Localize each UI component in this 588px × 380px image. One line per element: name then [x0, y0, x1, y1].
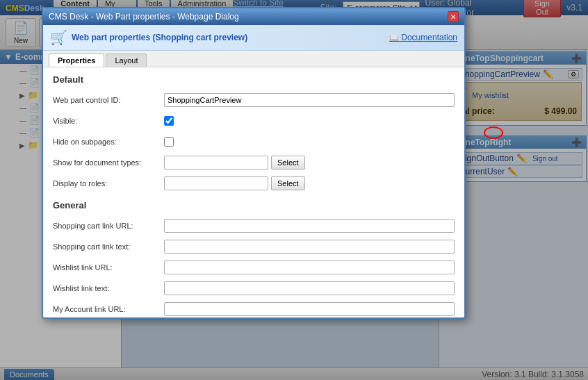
hide-subpages-row: Hide on subpages:: [53, 133, 455, 150]
show-doctypes-label: Show for document types:: [53, 158, 164, 167]
display-roles-input[interactable]: [164, 176, 268, 190]
cart-url-row: Shopping cart link URL:: [53, 217, 455, 234]
general-section: General Shopping cart link URL: Shopping…: [53, 200, 455, 317]
show-doctypes-select-btn[interactable]: Select: [271, 156, 305, 170]
wishlist-url-label: Wishlist link URL:: [53, 263, 164, 272]
wishlist-text-label: Wishlist link text:: [53, 284, 164, 292]
display-roles-label: Display to roles:: [53, 179, 164, 188]
default-section-title: Default: [53, 74, 455, 86]
webpart-id-label: Web part control ID:: [53, 96, 164, 104]
tab-properties-modal[interactable]: Properties: [49, 53, 104, 67]
wishlist-text-row: Wishlist link text:: [53, 280, 455, 297]
display-roles-select-btn[interactable]: Select: [271, 176, 305, 190]
general-section-title: General: [53, 200, 455, 212]
modal-dialog: CMS Desk - Web Part properties - Webpage…: [42, 7, 466, 319]
modal-body: Default Web part control ID: Visible: Hi…: [43, 67, 464, 317]
display-roles-row: Display to roles: Select: [53, 175, 455, 192]
display-roles-controls: Select: [164, 176, 305, 190]
webpart-id-row: Web part control ID:: [53, 92, 455, 108]
hide-subpages-label: Hide on subpages:: [53, 138, 164, 146]
webpart-id-input[interactable]: [164, 93, 455, 107]
cart-url-input[interactable]: [164, 219, 455, 233]
cart-text-row: Shopping cart link text:: [53, 238, 455, 255]
modal-header: 🛒 Web part properties (Shopping cart pre…: [43, 25, 464, 51]
show-doctypes-row: Show for document types: Select: [53, 154, 455, 171]
show-doctypes-input[interactable]: [164, 156, 268, 170]
myaccount-url-row: My Account link URL:: [53, 301, 455, 317]
tab-layout-modal[interactable]: Layout: [106, 53, 147, 67]
modal-tabs: Properties Layout: [43, 51, 464, 67]
cart-text-label: Shopping cart link text:: [53, 242, 164, 251]
show-doctypes-controls: Select: [164, 156, 305, 170]
visible-label: Visible:: [53, 117, 164, 125]
modal-titlebar: CMS Desk - Web Part properties - Webpage…: [43, 8, 464, 25]
wishlist-url-input[interactable]: [164, 261, 455, 274]
visible-checkbox[interactable]: [164, 116, 174, 126]
cart-text-input[interactable]: [164, 240, 455, 254]
modal-header-title: 🛒 Web part properties (Shopping cart pre…: [50, 29, 247, 46]
documentation-link[interactable]: 📖 Documentation: [389, 33, 457, 42]
modal-header-title-text: Web part properties (Shopping cart previ…: [72, 33, 247, 42]
hide-subpages-checkbox[interactable]: [164, 137, 174, 147]
webpart-icon: 🛒: [50, 29, 67, 46]
myaccount-url-input[interactable]: [164, 302, 455, 316]
modal-title: CMS Desk - Web Part properties - Webpage…: [49, 12, 239, 22]
modal-close-button[interactable]: ✕: [448, 11, 459, 22]
cart-url-label: Shopping cart link URL:: [53, 222, 164, 230]
wishlist-url-row: Wishlist link URL:: [53, 259, 455, 276]
wishlist-text-input[interactable]: [164, 281, 455, 295]
myaccount-url-label: My Account link URL:: [53, 305, 164, 313]
visible-row: Visible:: [53, 113, 455, 129]
